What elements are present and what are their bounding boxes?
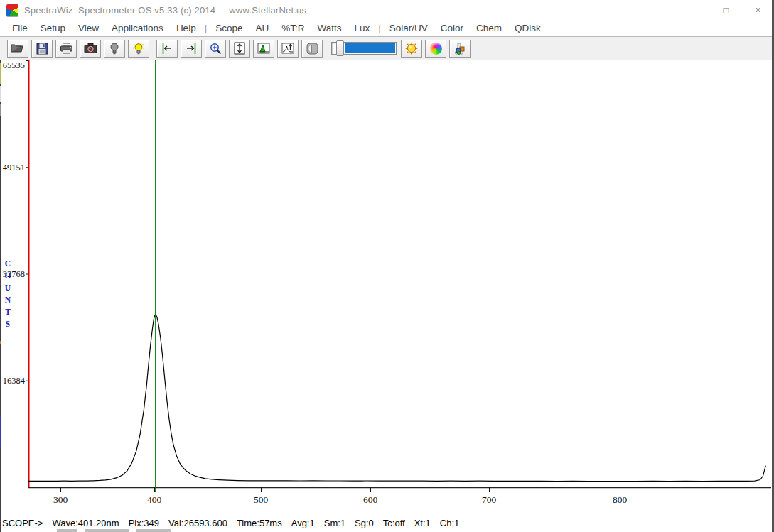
peak-hold-button[interactable] bbox=[277, 40, 299, 58]
x-tick-label: 500 bbox=[254, 494, 269, 505]
x-tick-label: 400 bbox=[147, 494, 162, 505]
slider-fill bbox=[345, 43, 395, 53]
status-field-xt-1: Xt:1 bbox=[414, 518, 431, 528]
spectrum-plot[interactable]: 65535491513276816384300400500600700800 bbox=[0, 60, 772, 516]
maximize-button[interactable]: □ bbox=[710, 0, 742, 20]
clipped-overlay-fragments bbox=[57, 529, 270, 532]
window-title: SpectraWiz Spectrometer OS v5.33 (c) 201… bbox=[24, 5, 306, 16]
status-field-wave-401-20nm: Wave:401.20nm bbox=[52, 518, 119, 528]
light-bulb-off-icon bbox=[109, 43, 119, 55]
chem-concentration-button[interactable] bbox=[449, 40, 471, 58]
dark-reference-button[interactable] bbox=[301, 40, 323, 58]
menu-separator: | bbox=[203, 23, 210, 33]
status-field-sm-1: Sm:1 bbox=[324, 518, 345, 528]
menu-item-scope[interactable]: Scope bbox=[209, 23, 249, 33]
open-folder-icon bbox=[11, 43, 25, 54]
arrow-to-right-limit-icon bbox=[185, 43, 198, 54]
menu-item--t-r[interactable]: %T:R bbox=[275, 23, 311, 33]
color-wheel-icon bbox=[430, 43, 442, 55]
color-measure-button[interactable] bbox=[425, 40, 446, 58]
lamp-off-button[interactable] bbox=[104, 40, 125, 58]
window-titlebar: SpectraWiz Spectrometer OS v5.33 (c) 201… bbox=[0, 0, 774, 20]
save-file-button[interactable] bbox=[31, 40, 53, 58]
x-tick-label: 300 bbox=[53, 494, 68, 505]
status-field-avg-1: Avg:1 bbox=[291, 518, 315, 528]
status-field-ch-1: Ch:1 bbox=[440, 518, 459, 528]
menu-item-au[interactable]: AU bbox=[249, 23, 275, 33]
menu-item-lux[interactable]: Lux bbox=[348, 23, 376, 33]
x-tick-label: 800 bbox=[613, 494, 628, 505]
arrow-to-left-limit-icon bbox=[161, 43, 173, 54]
menu-item-chem[interactable]: Chem bbox=[470, 23, 508, 33]
window-controls: – □ × bbox=[678, 0, 774, 20]
menu-item-color[interactable]: Color bbox=[434, 23, 470, 33]
status-field-sg-0: Sg:0 bbox=[355, 518, 374, 528]
dark-scan-icon bbox=[306, 43, 318, 55]
vertical-scale-arrows-icon bbox=[234, 42, 245, 55]
left-window-edge bbox=[0, 60, 1, 532]
light-bulb-on-icon bbox=[132, 43, 145, 55]
peak-up-arrow-icon bbox=[281, 43, 294, 54]
lamp-on-button[interactable] bbox=[128, 40, 149, 58]
spectrum-view-button[interactable] bbox=[253, 40, 274, 58]
app-logo-icon bbox=[6, 4, 18, 16]
print-button[interactable] bbox=[55, 40, 77, 58]
status-field-scope-: SCOPE-> bbox=[2, 518, 43, 528]
irradiance-sun-button[interactable] bbox=[401, 40, 422, 58]
floppy-disk-icon bbox=[36, 43, 48, 55]
app-window: SpectraWiz Spectrometer OS v5.33 (c) 201… bbox=[0, 0, 774, 532]
close-button[interactable]: × bbox=[742, 0, 774, 20]
goto-left-edge-button[interactable] bbox=[156, 40, 178, 58]
minimize-button[interactable]: – bbox=[678, 0, 710, 20]
x-tick-label: 700 bbox=[482, 494, 497, 505]
zoom-in-button[interactable] bbox=[205, 40, 226, 58]
open-file-button[interactable] bbox=[7, 40, 28, 58]
y-tick-label: 16384 bbox=[3, 376, 26, 386]
y-axis-title: COUNTS bbox=[3, 258, 13, 330]
menu-item-applications[interactable]: Applications bbox=[105, 23, 170, 33]
printer-icon bbox=[60, 43, 73, 54]
spectrum-curve bbox=[28, 314, 765, 481]
menu-item-help[interactable]: Help bbox=[170, 23, 203, 33]
y-tick-label: 49151 bbox=[3, 163, 25, 173]
menu-item-file[interactable]: File bbox=[6, 23, 34, 33]
chem-sample-icon bbox=[453, 43, 466, 55]
menu-item-solar-uv[interactable]: Solar/UV bbox=[383, 23, 434, 33]
status-bar: SCOPE->Wave:401.20nmPix:349Val:26593.600… bbox=[0, 516, 774, 530]
slider-thumb[interactable] bbox=[336, 40, 344, 56]
status-field-val-26593-600: Val:26593.600 bbox=[168, 518, 227, 528]
status-field-time-57ms: Time:57ms bbox=[237, 518, 282, 528]
menu-item-qdisk[interactable]: QDisk bbox=[508, 23, 547, 33]
y-tick-label: 65535 bbox=[3, 60, 25, 70]
status-field-pix-349: Pix:349 bbox=[129, 518, 159, 528]
menu-item-watts[interactable]: Watts bbox=[311, 23, 348, 33]
sun-icon bbox=[405, 42, 418, 55]
capture-camera-button[interactable] bbox=[80, 40, 101, 58]
toolbar bbox=[0, 37, 772, 60]
green-peak-chart-icon bbox=[257, 43, 270, 54]
menu-item-view[interactable]: View bbox=[72, 23, 105, 33]
status-field-tc-off: Tc:off bbox=[383, 518, 405, 528]
goto-right-edge-button[interactable] bbox=[181, 40, 202, 58]
menu-item-setup[interactable]: Setup bbox=[34, 23, 72, 33]
magnifier-zoom-icon bbox=[210, 43, 222, 55]
autoscale-y-button[interactable] bbox=[229, 40, 250, 58]
integration-time-slider[interactable] bbox=[331, 40, 397, 57]
menu-bar: FileSetupViewApplicationsHelp|ScopeAU%T:… bbox=[0, 20, 774, 36]
menu-separator: | bbox=[376, 23, 383, 33]
chart-region: 65535491513276816384300400500600700800 C… bbox=[0, 60, 772, 516]
x-tick-label: 600 bbox=[363, 494, 378, 505]
camera-icon bbox=[84, 43, 97, 54]
